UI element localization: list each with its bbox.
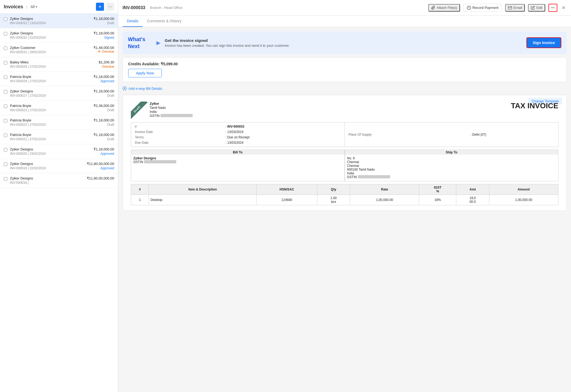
tab-comments-history[interactable]: Comments & History — [143, 16, 186, 27]
apply-now-button[interactable]: Apply Now — [128, 69, 162, 77]
invoice-list: Zylker Designs INV-000033 | 13/03/2024 ₹… — [0, 14, 118, 392]
tax-invoice-title: TAX INVOICE — [511, 102, 558, 110]
invoice-checkbox[interactable] — [4, 163, 7, 166]
list-item[interactable]: Zylker Designs INV-000027 | 27/02/2024 ₹… — [0, 86, 118, 101]
invoice-right: $1,206.30 Overdue — [99, 60, 114, 69]
inv-due-date: 13/03/2024 — [227, 141, 243, 145]
list-item[interactable]: Zylker Customer INV-000031 | 28/02/2024 … — [0, 43, 118, 57]
ship-addr1: No. 6 — [347, 156, 556, 160]
bill-name: Zylker Designs — [133, 156, 342, 160]
invoice-info: Patricia Boyle INV-000021 | 27/02/2024 — [10, 133, 91, 141]
invoice-sub: INV-000023 | 27/02/2024 — [10, 108, 91, 112]
bill-gstin-blur — [144, 160, 176, 163]
invoice-id: INV-000033 — [123, 5, 145, 10]
invoice-checkbox[interactable] — [4, 105, 7, 108]
invoice-name: Patricia Boyle — [10, 75, 91, 79]
list-item[interactable]: Zylker Designs INV-000019 | 22/02/2024 ₹… — [0, 159, 118, 173]
col-item: Item & Description — [149, 184, 257, 195]
row-rate: 1,00,000.00 — [350, 195, 419, 205]
bill-to-header: Bill To — [131, 150, 344, 155]
invoice-right: ₹1,18,000.00 Approved — [94, 147, 114, 156]
invoice-name: Zylker Designs — [10, 162, 84, 166]
list-item[interactable]: Patricia Boyle INV-000021 | 27/02/2024 ₹… — [0, 130, 118, 144]
col-igst-pct: IGST% — [419, 184, 456, 195]
whats-next-card: What'sNext ▶ Get the invoice signed Invo… — [123, 31, 567, 54]
invoice-checkbox[interactable] — [4, 134, 7, 137]
invoice-name: Bailey Miles — [10, 60, 96, 64]
bill-to-cell: Bill To Zylker Designs GSTIN — [131, 150, 345, 181]
credits-text: Credits Available: — [128, 62, 160, 66]
arrow-icon: ▶ — [156, 39, 160, 46]
credits-amount: ₹5,099.00 — [161, 62, 178, 66]
whats-next-title: Get the invoice signed — [165, 38, 522, 43]
invoice-branch: Branch : Head Office — [150, 6, 182, 10]
tab-details[interactable]: Details — [123, 16, 143, 27]
edit-button[interactable]: Edit — [528, 4, 545, 12]
invoice-sub: INV-000031 | 28/02/2024 — [10, 50, 91, 54]
invoice-checkbox[interactable] — [4, 46, 7, 50]
invoice-info: Bailey Miles INV-000029 | 27/02/2024 — [10, 60, 96, 69]
invoice-document: Draft Zylker Tamil Nadu India GSTIN TAX … — [131, 102, 558, 205]
company-name: Zylker — [150, 102, 193, 106]
close-button[interactable]: ✕ — [561, 4, 567, 12]
invoice-preview-container: Change Template Draft Zylker Tamil Nadu … — [123, 95, 567, 211]
more-options-button[interactable]: ··· — [106, 3, 114, 11]
add-invoice-button[interactable]: + — [96, 3, 104, 11]
sign-invoice-button[interactable]: Sign Invoice — [526, 37, 561, 48]
items-table: # Item & Description HSN/SAC Qty Rate IG… — [131, 184, 558, 205]
invoice-checkbox[interactable] — [4, 177, 7, 181]
invoice-name: Zylker Designs — [10, 147, 91, 151]
right-content: What'sNext ▶ Get the invoice signed Invo… — [118, 27, 571, 392]
eway-link[interactable]: Add e-way Bill Details — [123, 85, 567, 92]
left-panel: Invoices | All ▾ + ··· Zylker Designs IN… — [0, 0, 118, 392]
invoice-amount: ₹1,48,000.00 — [94, 46, 114, 50]
invoice-amount: ₹1,18,000.00 — [94, 133, 114, 137]
kebab-menu-button[interactable]: ··· — [548, 4, 557, 12]
email-button[interactable]: Email — [505, 4, 525, 12]
list-item[interactable]: Bailey Miles INV-000029 | 27/02/2024 $1,… — [0, 57, 118, 72]
row-amount: 1,00,000.00 — [489, 195, 558, 205]
row-num: 1 — [131, 195, 149, 205]
invoice-info: Patricia Boyle INV-000023 | 27/02/2024 — [10, 104, 91, 112]
ship-to-header: Ship To — [345, 150, 558, 155]
ship-addr3: Chennai — [347, 164, 556, 168]
list-item[interactable]: Patricia Boyle INV-000022 | 27/02/2024 ₹… — [0, 115, 118, 130]
inv-doc-header: Zylker Tamil Nadu India GSTIN TAX INVOIC… — [131, 102, 558, 118]
col-amount: Amount — [489, 184, 558, 195]
list-item[interactable]: Zylker Designs INV-000032 | 01/03/2024 ₹… — [0, 28, 118, 43]
invoice-checkbox[interactable] — [4, 75, 7, 79]
attach-files-button[interactable]: Attach File(s) — [428, 4, 460, 12]
col-num: # — [131, 184, 149, 195]
list-item[interactable]: Patricia Boyle INV-000028 | 27/02/2024 ₹… — [0, 72, 118, 86]
invoice-name: Patricia Boyle — [10, 104, 91, 108]
invoice-right: ₹1,18,000.00 Approved — [94, 75, 114, 83]
list-item[interactable]: Zylker Designs INV-000020 | 23/02/2024 ₹… — [0, 144, 118, 159]
list-item[interactable]: Zylker Designs INV-000033 | 13/03/2024 ₹… — [0, 14, 118, 28]
invoice-checkbox[interactable] — [4, 17, 7, 21]
invoice-checkbox[interactable] — [4, 32, 7, 35]
email-icon — [508, 6, 512, 10]
invoice-info: Zylker Designs INV-000020 | 23/02/2024 — [10, 147, 91, 156]
invoice-amount: $1,206.30 — [99, 60, 114, 64]
invoice-preview: Draft Zylker Tamil Nadu India GSTIN TAX … — [123, 95, 566, 211]
ship-to-cell: Ship To No. 6 Chennai Chennai 600100 Tam… — [345, 150, 559, 181]
inv-meta-table: #: INV-000033 Invoice Date: 13/03/2024 T… — [131, 122, 558, 147]
invoice-sub: INV-000028 | 27/02/2024 — [10, 79, 91, 83]
invoice-name: Zylker Designs — [10, 31, 91, 35]
invoice-sub: INV-000022 | 27/02/2024 — [10, 123, 91, 127]
record-payment-button[interactable]: Record Payment — [463, 4, 502, 12]
invoice-checkbox[interactable] — [4, 148, 7, 152]
invoice-sub: INV-000020 | 23/02/2024 — [10, 152, 91, 156]
payment-icon — [467, 6, 471, 10]
invoice-checkbox[interactable] — [4, 119, 7, 123]
invoice-checkbox[interactable] — [4, 90, 7, 93]
list-item[interactable]: Zylker Designs INV-000018 | ₹11,80,00,00… — [0, 173, 118, 188]
invoice-checkbox[interactable] — [4, 61, 7, 64]
right-header: INV-000033 Branch : Head Office Attach F… — [118, 0, 571, 16]
invoice-right: ₹1,48,000.00 👁Overdue — [94, 46, 114, 53]
filter-dropdown[interactable]: All ▾ — [30, 5, 37, 9]
list-item[interactable]: Patricia Boyle INV-000023 | 27/02/2024 ₹… — [0, 101, 118, 115]
invoice-right: ₹1,18,000.00 Signed — [94, 31, 114, 39]
invoice-info: Patricia Boyle INV-000028 | 27/02/2024 — [10, 75, 91, 83]
place-of-supply: Delhi (07) — [472, 133, 486, 136]
